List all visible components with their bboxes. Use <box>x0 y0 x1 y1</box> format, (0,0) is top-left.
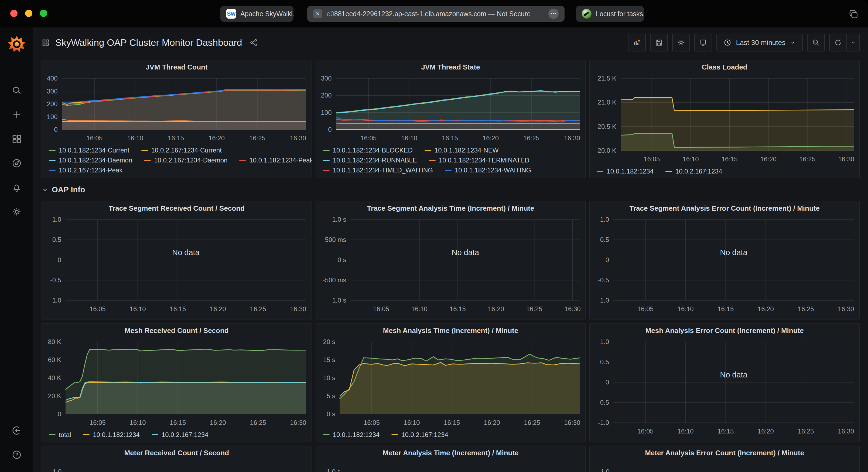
cycle-view-mode-button[interactable] <box>694 34 712 52</box>
refresh-interval-dropdown[interactable] <box>847 34 860 52</box>
time-series-plot[interactable]: 010020030016:0516:1016:1516:2016:2516:30 <box>316 74 586 144</box>
panel-title[interactable]: Trace Segment Received Count / Second <box>42 201 312 215</box>
alerting-bell-icon[interactable] <box>11 182 22 193</box>
panel-chart[interactable]: 1.00.50-0.5-1.016:0516:1016:1516:2016:25… <box>590 338 859 437</box>
time-series-plot[interactable]: 1.0 s500 ms0 s-500 ms-1.0 s16:0516:1016:… <box>316 215 586 314</box>
legend-item[interactable]: 10.0.1.182:1234-BLOCKED <box>323 146 413 154</box>
svg-text:15 s: 15 s <box>323 356 335 364</box>
legend-label: 10.0.1.182:1234-RUNNABLE <box>333 157 417 164</box>
panel-title[interactable]: JVM Thread Count <box>42 60 312 74</box>
save-dashboard-button[interactable] <box>650 34 668 52</box>
panel: Trace Segment Received Count / Second1.0… <box>41 201 312 319</box>
svg-text:20 s: 20 s <box>323 338 335 345</box>
panel-title[interactable]: Class Loaded <box>590 60 859 74</box>
refresh-dashboard-button[interactable] <box>829 34 847 52</box>
panel-chart[interactable]: 1.0 s500 ms0 s-500 ms-1.0 s16:0516:1016:… <box>316 215 586 314</box>
grafana-sidebar: ? <box>0 28 33 472</box>
legend-item[interactable]: 10.0.2.167:1234-Peak <box>49 167 122 174</box>
time-series-plot[interactable]: 1.00.50-0.5-1.016:0516:1016:1516:2016:25… <box>590 338 859 437</box>
legend-item[interactable]: 10.0.1.182:1234-Daemon <box>49 157 132 164</box>
tab-options-icon[interactable]: ••• <box>548 9 559 19</box>
legend-item[interactable]: 10.0.1.182:1234 <box>83 431 140 439</box>
zoom-window-button[interactable] <box>40 10 47 17</box>
panel-chart[interactable]: 20.0 K20.5 K21.0 K21.5 K16:0516:1016:151… <box>590 74 859 165</box>
time-series-plot[interactable]: 1.00.50-0.5-1.016:0516:1016:1516:2016:25… <box>42 215 312 314</box>
window-controls <box>10 10 47 17</box>
legend-item[interactable]: 10.0.2.167:1234 <box>392 431 448 439</box>
time-series-plot[interactable]: 0 s5 s10 s15 s20 s16:0516:1016:1516:2016… <box>316 338 586 428</box>
page-title[interactable]: SkyWalking OAP Cluster Monitor Dashboard <box>55 37 242 48</box>
zoom-out-time-button[interactable] <box>807 34 825 52</box>
panel-title[interactable]: Mesh Analysis Time (Increment) / Minute <box>316 324 586 338</box>
time-series-plot[interactable]: 1.00.50-0.5-1.016:0516:1016:1516:2016:25… <box>590 215 859 314</box>
legend-item[interactable]: 10.0.1.182:1234-TERMINATED <box>429 157 529 164</box>
help-icon[interactable]: ? <box>11 449 22 460</box>
legend-item[interactable]: total <box>49 431 71 439</box>
panel-title[interactable]: Meter Analysis Error Count (Increment) /… <box>590 446 859 460</box>
svg-text:16:25: 16:25 <box>524 419 540 426</box>
panel-title[interactable]: Trace Segment Analysis Time (Increment) … <box>316 201 586 215</box>
create-plus-icon[interactable] <box>11 109 22 120</box>
svg-text:16:20: 16:20 <box>210 419 226 426</box>
panel-title[interactable]: Trace Segment Analysis Error Count (Incr… <box>590 201 859 215</box>
y-axis-tick-label: 1.0 s <box>327 468 586 472</box>
legend-item[interactable]: 10.0.1.182:1234-Peak <box>239 157 312 164</box>
legend-label: 10.0.1.182:1234 <box>333 431 380 439</box>
tab-locust[interactable]: Locust for tasks.py <box>576 6 644 22</box>
legend-item[interactable]: 10.0.1.182:1234-NEW <box>425 146 498 154</box>
minimize-window-button[interactable] <box>25 10 32 17</box>
svg-text:-1.0: -1.0 <box>598 419 609 426</box>
tab-apache-skywalking[interactable]: Sw Apache SkyWalki... <box>220 6 293 22</box>
panel: Class Loaded20.0 K20.5 K21.0 K21.5 K16:0… <box>589 60 860 178</box>
sign-out-icon[interactable] <box>11 425 22 436</box>
time-range-picker[interactable]: Last 30 minutes <box>716 34 803 52</box>
svg-text:16:20: 16:20 <box>210 305 226 312</box>
explore-compass-icon[interactable] <box>11 158 22 169</box>
legend-item[interactable]: 10.0.2.167:1234-Daemon <box>144 157 227 164</box>
configuration-gear-icon[interactable] <box>11 206 22 217</box>
legend-item[interactable]: 10.0.1.182:1234-TIMED_WAITING <box>323 167 433 174</box>
tab-active-elb[interactable]: × e0881eed4-22961232.ap-east-1.elb.amazo… <box>307 6 564 22</box>
panel: Meter Received Count / Second1.0 <box>41 446 312 472</box>
panel-chart[interactable]: 020 K40 K60 K80 K16:0516:1016:1516:2016:… <box>42 338 312 428</box>
add-panel-button[interactable] <box>628 34 646 52</box>
legend-item[interactable]: 10.0.2.167:1234-Current <box>141 146 222 154</box>
time-series-plot[interactable]: 20.0 K20.5 K21.0 K21.5 K16:0516:1016:151… <box>590 74 859 165</box>
dashboard-settings-button[interactable] <box>672 34 690 52</box>
dashboards-icon[interactable] <box>11 134 22 144</box>
panel-title[interactable]: Mesh Analysis Error Count (Increment) / … <box>590 324 859 338</box>
panel-chart[interactable]: 010020030040016:0516:1016:1516:2016:2516… <box>42 74 312 144</box>
svg-text:16:15: 16:15 <box>170 305 186 312</box>
svg-text:16:05: 16:05 <box>360 134 376 142</box>
panel-title[interactable]: JVM Thread State <box>316 60 586 74</box>
panel-chart[interactable]: 1.00.50-0.5-1.016:0516:1016:1516:2016:25… <box>590 215 859 314</box>
row-oap-info[interactable]: OAP Info <box>41 182 860 197</box>
svg-text:16:30: 16:30 <box>838 156 854 163</box>
grafana-logo[interactable] <box>7 34 26 53</box>
share-icon[interactable] <box>250 38 258 46</box>
legend-item[interactable]: 10.0.1.182:1234-Current <box>49 146 129 154</box>
legend-item[interactable]: 10.0.1.182:1234-WAITING <box>445 167 531 174</box>
legend-item[interactable]: 10.0.2.167:1234 <box>665 168 722 175</box>
svg-text:?: ? <box>15 452 18 458</box>
legend-item[interactable]: 10.0.1.182:1234-RUNNABLE <box>323 157 417 164</box>
time-series-plot[interactable]: 010020030040016:0516:1016:1516:2016:2516… <box>42 74 312 144</box>
panel: Trace Segment Analysis Time (Increment) … <box>316 201 586 319</box>
close-tab-icon[interactable]: × <box>313 9 322 18</box>
legend-item[interactable]: 10.0.1.182:1234 <box>597 168 654 175</box>
close-window-button[interactable] <box>10 10 18 17</box>
legend-item[interactable]: 10.0.2.167:1234 <box>152 431 209 439</box>
panel-chart[interactable]: 1.00.50-0.5-1.016:0516:1016:1516:2016:25… <box>42 215 312 314</box>
panel-chart[interactable]: 010020030016:0516:1016:1516:2016:2516:30 <box>316 74 586 144</box>
tab-overview-icon[interactable] <box>847 9 859 20</box>
legend-item[interactable]: 10.0.1.182:1234 <box>323 431 380 439</box>
dashboard-grid-icon[interactable] <box>41 38 50 47</box>
search-icon[interactable] <box>11 85 22 96</box>
svg-text:16:25: 16:25 <box>249 134 266 142</box>
panel-title[interactable]: Meter Analysis Time (Increment) / Minute <box>316 446 586 460</box>
panel-title[interactable]: Meter Received Count / Second <box>42 446 312 460</box>
legend-label: 10.0.1.182:1234-Current <box>59 146 129 154</box>
panel-chart[interactable]: 0 s5 s10 s15 s20 s16:0516:1016:1516:2016… <box>316 338 586 428</box>
time-series-plot[interactable]: 020 K40 K60 K80 K16:0516:1016:1516:2016:… <box>42 338 312 428</box>
panel-title[interactable]: Mesh Received Count / Second <box>42 324 312 338</box>
